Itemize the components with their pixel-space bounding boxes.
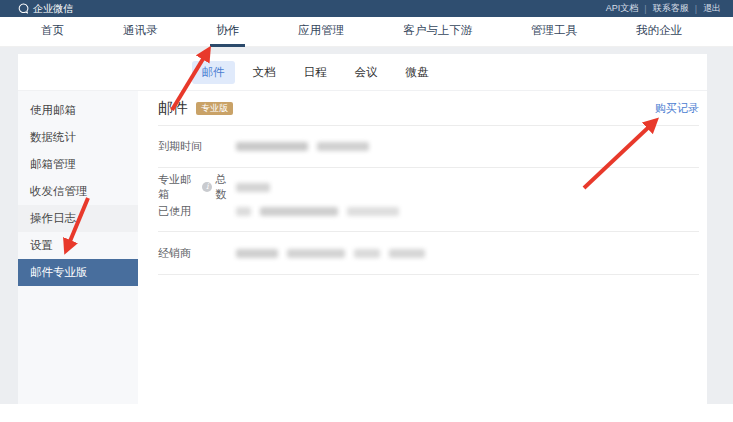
page-title: 邮件: [158, 99, 188, 118]
wecom-logo-icon: [18, 3, 29, 14]
redacted-value: [236, 249, 278, 258]
nav-item-admin-tools[interactable]: 管理工具: [525, 17, 583, 47]
redacted-value: [287, 249, 345, 258]
dealer-label: 经销商: [158, 246, 236, 261]
brand: 企业微信: [18, 2, 73, 16]
nav-item-collaboration[interactable]: 协作: [210, 17, 245, 47]
main-panel: 邮件 专业版 购买记录 到期时间 专业邮箱: [138, 91, 707, 404]
nav-item-app-management[interactable]: 应用管理: [292, 17, 350, 47]
redacted-value: [354, 249, 380, 258]
redacted-value: [317, 142, 369, 151]
redacted-value: [236, 207, 251, 216]
redacted-value: [236, 183, 270, 192]
pro-version-badge: 专业版: [196, 102, 233, 115]
main-header: 邮件 专业版 购买记录: [158, 91, 699, 125]
mail-sidebar: 使用邮箱 数据统计 邮箱管理 收发信管理 操作日志 设置 邮件专业版: [18, 91, 138, 404]
info-icon[interactable]: i: [202, 182, 212, 192]
content-card: 邮件 文档 日程 会议 微盘 使用邮箱 数据统计 邮箱管理 收发信管理 操作日志…: [18, 54, 707, 404]
pro-mailbox-total-label: 专业邮箱 i 总数: [158, 172, 236, 202]
sidebar-item-use-mailbox[interactable]: 使用邮箱: [18, 97, 138, 124]
separator: |: [695, 4, 697, 14]
sidebar-item-mail-pro[interactable]: 邮件专业版: [18, 259, 138, 286]
nav-item-contacts[interactable]: 通讯录: [117, 17, 164, 47]
nav-item-customers[interactable]: 客户与上下游: [397, 17, 478, 47]
purchase-history-link[interactable]: 购买记录: [655, 101, 699, 116]
contact-support-link[interactable]: 联系客服: [653, 2, 689, 15]
total-row: 专业邮箱 i 总数: [158, 175, 699, 199]
primary-nav: 首页 通讯录 协作 应用管理 客户与上下游 管理工具 我的企业: [0, 17, 733, 47]
brand-name: 企业微信: [33, 2, 73, 16]
page-background: 邮件 文档 日程 会议 微盘 使用邮箱 数据统计 邮箱管理 收发信管理 操作日志…: [0, 47, 733, 404]
redacted-value: [347, 207, 399, 216]
tab-drive[interactable]: 微盘: [396, 61, 439, 84]
expiry-label: 到期时间: [158, 139, 236, 154]
top-links: API文档 | 联系客服 | 退出: [606, 2, 721, 15]
nav-item-home[interactable]: 首页: [35, 17, 70, 47]
expiry-row: 到期时间: [158, 126, 699, 167]
tab-docs[interactable]: 文档: [243, 61, 286, 84]
tab-meeting[interactable]: 会议: [345, 61, 388, 84]
tab-schedule[interactable]: 日程: [294, 61, 337, 84]
logout-link[interactable]: 退出: [703, 2, 721, 15]
redacted-value: [260, 207, 338, 216]
sidebar-item-data-stats[interactable]: 数据统计: [18, 124, 138, 151]
card-body: 使用邮箱 数据统计 邮箱管理 收发信管理 操作日志 设置 邮件专业版 邮件 专业…: [18, 91, 707, 404]
redacted-value: [389, 249, 425, 258]
divider: [158, 274, 699, 275]
total-label: 总数: [215, 172, 236, 202]
top-bar: 企业微信 API文档 | 联系客服 | 退出: [0, 0, 733, 17]
separator: |: [644, 4, 646, 14]
secondary-tabs: 邮件 文档 日程 会议 微盘: [18, 54, 707, 91]
dealer-row: 经销商: [158, 232, 699, 274]
sidebar-item-mailbox-management[interactable]: 邮箱管理: [18, 151, 138, 178]
sidebar-item-operation-log[interactable]: 操作日志: [18, 205, 138, 232]
api-doc-link[interactable]: API文档: [606, 2, 639, 15]
pro-mailbox-label: 专业邮箱: [158, 172, 199, 202]
redacted-value: [236, 142, 308, 151]
mailbox-usage-group: 专业邮箱 i 总数 已使用: [158, 168, 699, 231]
wecom-admin-page: 企业微信 API文档 | 联系客服 | 退出 首页 通讯录 协作 应用管理 客户…: [0, 0, 733, 422]
tab-mail[interactable]: 邮件: [192, 61, 235, 84]
used-row: 已使用: [158, 199, 699, 223]
sidebar-item-send-receive[interactable]: 收发信管理: [18, 178, 138, 205]
nav-item-my-company[interactable]: 我的企业: [630, 17, 688, 47]
sidebar-item-settings[interactable]: 设置: [18, 232, 138, 259]
used-label: 已使用: [158, 204, 236, 219]
